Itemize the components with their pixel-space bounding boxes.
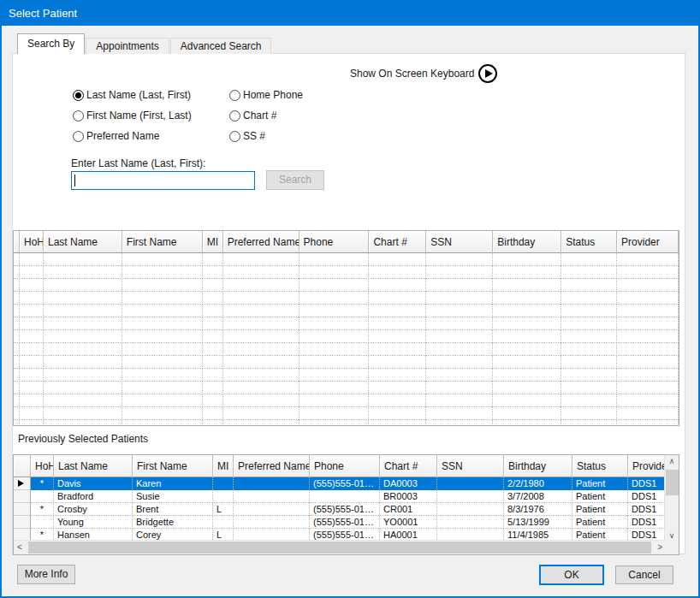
cell: Patient [572, 516, 628, 529]
cell [437, 477, 504, 490]
scroll-up-icon[interactable]: ∧ [665, 457, 679, 465]
vertical-scrollbar[interactable]: ∧∨ [664, 455, 679, 542]
empty-cell [561, 253, 617, 266]
play-circle-icon[interactable] [478, 64, 497, 83]
row-selector[interactable] [14, 477, 31, 490]
column-header[interactable]: MI [213, 455, 234, 477]
select-patient-dialog: Select Patient Search By Appointments Ad… [0, 0, 700, 598]
ok-button[interactable]: OK [539, 565, 604, 585]
column-header[interactable]: Status [572, 455, 628, 477]
search-by-radio-group-right: Home PhoneChart #SS # [229, 89, 303, 151]
tab-search-by[interactable]: Search By [17, 33, 85, 54]
empty-cell [369, 330, 426, 343]
empty-cell [561, 292, 617, 305]
last-name-input[interactable] [71, 171, 255, 190]
empty-cell [300, 279, 370, 292]
empty-cell [223, 343, 300, 356]
column-header[interactable]: MI [203, 231, 223, 253]
current-row-arrow-icon [18, 480, 24, 487]
previous-patients-grid[interactable]: HoHLast NameFirst NameMIPreferred NamePh… [13, 454, 679, 555]
previously-selected-label: Previously Selected Patients [18, 433, 148, 445]
column-header[interactable]: SSN [426, 231, 493, 253]
window-titlebar[interactable]: Select Patient [0, 0, 700, 26]
column-header[interactable]: Provider [617, 231, 679, 253]
horizontal-scrollbar[interactable]: <> [14, 540, 666, 554]
empty-cell [14, 317, 20, 330]
more-info-button[interactable]: More Info [17, 565, 75, 584]
empty-cell [44, 343, 122, 356]
tab-advanced-search[interactable]: Advanced Search [170, 38, 272, 54]
empty-cell [617, 266, 679, 279]
column-header[interactable]: Provider [628, 455, 665, 477]
radio-icon [73, 131, 84, 142]
empty-cell [369, 279, 426, 292]
column-header[interactable]: Chart # [380, 455, 437, 477]
column-header[interactable]: Birthday [504, 455, 572, 477]
row-selector[interactable] [14, 490, 31, 503]
scroll-right-icon[interactable]: > [657, 542, 662, 552]
dialog-body: Search By Appointments Advanced Search S… [2, 26, 698, 596]
cell: (555)555-01… [310, 503, 380, 516]
column-header[interactable]: First Name [122, 231, 203, 253]
cell: 3/7/2008 [504, 490, 572, 503]
search-button[interactable]: Search [266, 170, 324, 190]
empty-row [14, 253, 679, 266]
table-row[interactable]: *CrosbyBrentL(555)555-01…CR0018/3/1976Pa… [14, 503, 679, 516]
empty-cell [203, 253, 223, 266]
empty-cell [223, 305, 300, 317]
cell: L [213, 503, 234, 516]
column-header[interactable]: SSN [437, 455, 504, 477]
search-results-grid[interactable]: HoHLast NameFirst NameMIPreferred NamePh… [13, 230, 679, 426]
column-header[interactable]: Birthday [493, 231, 561, 253]
empty-cell [223, 253, 300, 266]
column-header[interactable]: Last Name [44, 231, 122, 253]
empty-cell [203, 407, 223, 420]
empty-cell [203, 279, 223, 292]
column-header[interactable]: Status [561, 231, 617, 253]
column-header[interactable]: Last Name [54, 455, 133, 477]
table-row[interactable]: *DavisKaren(555)555-01…DA00032/2/1980Pat… [14, 477, 679, 490]
cell: DDS1 [628, 477, 665, 490]
tab-appointments[interactable]: Appointments [86, 38, 169, 54]
radio-option-right-1[interactable]: Chart # [229, 110, 303, 121]
column-header[interactable]: First Name [133, 455, 213, 477]
radio-option-left-0[interactable]: Last Name (Last, First) [73, 89, 192, 101]
column-header[interactable]: HoH [31, 455, 54, 477]
cancel-button[interactable]: Cancel [615, 565, 673, 584]
empty-cell [14, 394, 20, 407]
empty-cell [44, 266, 122, 279]
cell: BR0003 [380, 490, 437, 503]
radio-option-left-2[interactable]: Preferred Name [73, 130, 192, 142]
empty-cell [44, 369, 122, 382]
row-selector[interactable] [14, 516, 31, 529]
empty-cell [203, 420, 223, 426]
empty-cell [20, 407, 44, 420]
horizontal-scrollbar-thumb[interactable] [28, 542, 651, 554]
table-row[interactable]: YoungBridgette(555)555-01…YO00015/13/199… [14, 516, 679, 529]
cell: (555)555-01… [310, 477, 380, 490]
cell: Young [54, 516, 133, 529]
column-header[interactable]: Preferred Name [234, 455, 310, 477]
empty-cell [223, 382, 300, 394]
empty-cell [426, 407, 493, 420]
empty-cell [20, 266, 44, 279]
column-header[interactable]: Preferred Name [223, 231, 300, 253]
empty-cell [369, 253, 426, 266]
scroll-left-icon[interactable]: < [17, 542, 22, 552]
empty-cell [493, 394, 561, 407]
column-header[interactable]: Chart # [369, 231, 426, 253]
table-row[interactable]: BradfordSusieBR00033/7/2008PatientDDS1 [14, 490, 679, 503]
cell: Brent [133, 503, 213, 516]
column-header[interactable]: Phone [310, 455, 380, 477]
scroll-down-icon[interactable]: ∨ [665, 531, 679, 540]
empty-cell [44, 292, 122, 305]
column-header[interactable]: Phone [300, 231, 370, 253]
empty-cell [617, 279, 679, 292]
row-selector[interactable] [14, 503, 31, 516]
column-header[interactable]: HoH [20, 231, 44, 253]
vertical-scrollbar-thumb[interactable] [666, 470, 679, 495]
empty-cell [561, 343, 617, 356]
radio-option-left-1[interactable]: First Name (First, Last) [73, 110, 192, 121]
radio-option-right-2[interactable]: SS # [229, 130, 303, 142]
radio-option-right-0[interactable]: Home Phone [229, 89, 303, 101]
